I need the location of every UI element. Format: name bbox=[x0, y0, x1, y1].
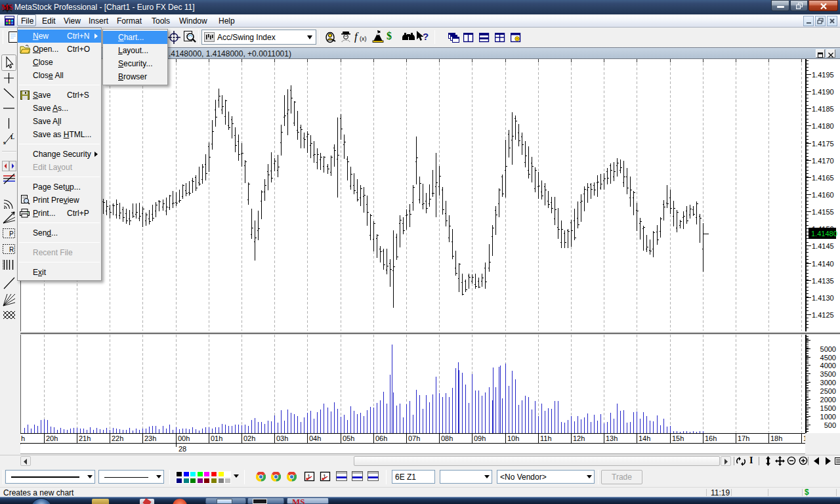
svg-text:4000: 4000 bbox=[820, 362, 836, 369]
svg-text:1.4135: 1.4135 bbox=[812, 277, 834, 285]
svg-text:3000: 3000 bbox=[820, 379, 836, 387]
svg-text:1.4165: 1.4165 bbox=[812, 174, 834, 182]
svg-text:P: P bbox=[9, 230, 14, 238]
svg-text:1.4180: 1.4180 bbox=[812, 122, 834, 130]
svg-text:1500: 1500 bbox=[820, 404, 836, 412]
svg-text:1.4125: 1.4125 bbox=[812, 311, 834, 319]
svg-text:5000: 5000 bbox=[820, 345, 836, 353]
svg-text:1.4190: 1.4190 bbox=[812, 88, 834, 96]
svg-text:4500: 4500 bbox=[820, 354, 836, 362]
svg-text:R: R bbox=[9, 246, 14, 253]
svg-text:MS: MS bbox=[1, 3, 13, 12]
svg-text:500: 500 bbox=[824, 421, 836, 429]
svg-text:1.4170: 1.4170 bbox=[812, 157, 834, 165]
svg-text:f: f bbox=[354, 31, 359, 43]
svg-text:1.4160: 1.4160 bbox=[812, 191, 834, 199]
svg-text:1.4140: 1.4140 bbox=[812, 260, 834, 268]
svg-text:3500: 3500 bbox=[820, 370, 836, 378]
svg-text:1.4185: 1.4185 bbox=[812, 105, 834, 113]
svg-text:L: L bbox=[10, 134, 14, 140]
svg-text:1.4175: 1.4175 bbox=[812, 140, 834, 148]
svg-text:2500: 2500 bbox=[820, 387, 836, 395]
svg-text:s: s bbox=[3, 139, 6, 146]
svg-text:1.4155: 1.4155 bbox=[812, 208, 834, 216]
svg-text:1.41480: 1.41480 bbox=[811, 230, 837, 238]
svg-text:?: ? bbox=[423, 31, 429, 42]
svg-text:1000: 1000 bbox=[820, 413, 836, 421]
svg-text:2000: 2000 bbox=[820, 396, 836, 404]
svg-text:1.4145: 1.4145 bbox=[812, 242, 834, 250]
svg-text:(x): (x) bbox=[360, 35, 367, 42]
svg-text:1.4195: 1.4195 bbox=[812, 71, 834, 79]
svg-text:1.4130: 1.4130 bbox=[812, 294, 834, 302]
